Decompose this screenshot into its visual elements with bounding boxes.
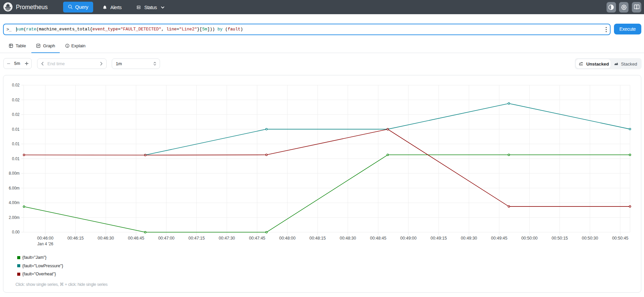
svg-text:00:46:45: 00:46:45 [128, 236, 144, 241]
svg-text:0.01: 0.01 [12, 142, 20, 146]
svg-text:0.02: 0.02 [12, 98, 20, 102]
svg-text:00:50:15: 00:50:15 [552, 236, 568, 241]
svg-text:00:49:45: 00:49:45 [491, 236, 508, 241]
svg-text:0.01: 0.01 [12, 156, 20, 161]
svg-text:00:50:45: 00:50:45 [612, 236, 628, 241]
svg-text:00:49:15: 00:49:15 [431, 236, 447, 241]
svg-text:00:47:30: 00:47:30 [219, 236, 235, 241]
svg-text:0.02: 0.02 [12, 112, 20, 117]
svg-text:00:47:15: 00:47:15 [188, 236, 205, 241]
svg-text:00:48:15: 00:48:15 [310, 236, 326, 241]
svg-text:00:50:30: 00:50:30 [582, 236, 598, 241]
svg-text:00:46:30: 00:46:30 [98, 236, 114, 241]
svg-text:0.00: 0.00 [12, 230, 20, 234]
svg-text:0.02: 0.02 [12, 83, 20, 88]
svg-text:6.00m: 6.00m [9, 186, 20, 191]
svg-text:00:49:30: 00:49:30 [461, 236, 477, 241]
svg-text:00:46:15: 00:46:15 [68, 236, 84, 241]
svg-text:8.00m: 8.00m [9, 171, 20, 176]
svg-text:00:48:45: 00:48:45 [370, 236, 386, 241]
svg-text:2.00m: 2.00m [9, 215, 20, 220]
svg-text:00:47:00: 00:47:00 [158, 236, 175, 241]
svg-text:00:50:00: 00:50:00 [521, 236, 538, 241]
svg-text:00:47:45: 00:47:45 [249, 236, 266, 241]
svg-text:00:46:00: 00:46:00 [37, 236, 54, 241]
svg-text:00:49:00: 00:49:00 [400, 236, 417, 241]
svg-text:4.00m: 4.00m [9, 200, 20, 205]
svg-text:Jan 4 '26: Jan 4 '26 [37, 242, 53, 246]
svg-text:0.01: 0.01 [12, 127, 20, 132]
svg-text:00:48:30: 00:48:30 [340, 236, 356, 241]
svg-text:00:48:00: 00:48:00 [279, 236, 296, 241]
